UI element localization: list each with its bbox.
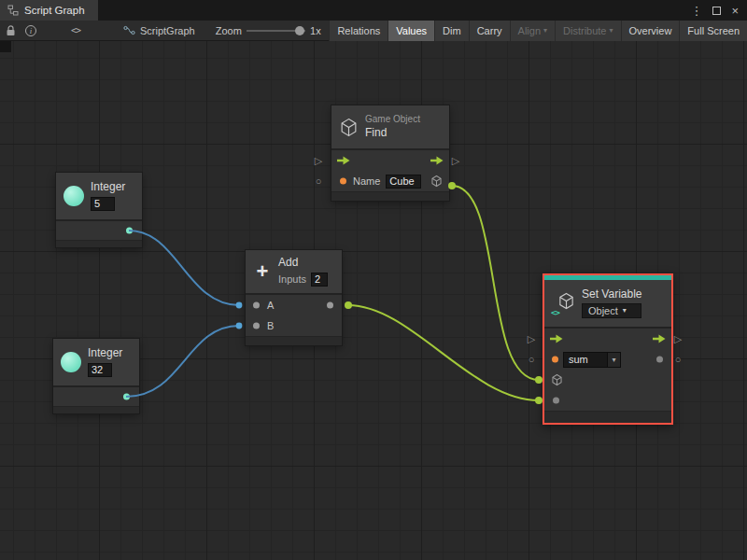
exec-port-marker[interactable]: ▷	[315, 156, 322, 166]
value-port-marker[interactable]: ○	[316, 176, 322, 187]
tab-bar: Script Graph ⋮ ×	[0, 0, 747, 21]
exec-port-marker[interactable]: ▷	[528, 334, 535, 344]
integer1-output-row	[56, 221, 142, 240]
info-button[interactable]: i	[21, 21, 41, 41]
tab-script-graph[interactable]: Script Graph	[0, 0, 98, 21]
integer2-output-row	[53, 387, 139, 406]
exec-in-port[interactable]	[549, 334, 564, 344]
port-a-label: A	[267, 300, 274, 311]
integer-icon	[61, 352, 81, 372]
exec-in-port[interactable]	[336, 156, 351, 166]
node-title: Find	[365, 127, 420, 139]
chevron-down-icon: ▾	[543, 27, 547, 35]
add-inputs-count-input[interactable]	[311, 273, 328, 287]
zoom-slider-knob[interactable]	[295, 26, 304, 35]
node-category: Game Object	[365, 114, 420, 124]
canvas-corner	[0, 41, 11, 52]
wire-add-to-setvariable-value[interactable]	[348, 305, 539, 400]
integer2-output-port[interactable]	[123, 394, 130, 400]
add-input-b-port[interactable]	[253, 323, 260, 329]
integer2-value-input[interactable]	[88, 363, 112, 377]
node-title: Integer	[88, 347, 122, 359]
value-port-marker[interactable]: ○	[675, 355, 682, 365]
target-object-port[interactable]	[551, 374, 563, 386]
chevron-down-icon: ▾	[607, 353, 620, 367]
node-footer	[53, 406, 139, 413]
variable-name-dropdown[interactable]: sum ▾	[563, 352, 621, 368]
integer1-header: Integer	[56, 173, 142, 219]
node-title: Add	[278, 257, 328, 269]
align-dropdown[interactable]: Align ▾	[510, 21, 555, 41]
distribute-label: Distribute	[563, 25, 606, 36]
variable-output-port[interactable]	[656, 357, 663, 363]
maximize-icon[interactable]	[712, 7, 721, 15]
inputs-label: Inputs	[278, 273, 306, 285]
wire-find-to-setvariable-target[interactable]	[452, 186, 539, 380]
value-input-port[interactable]	[553, 398, 559, 404]
edit-source-button[interactable]: <>	[65, 21, 86, 41]
gameobject-output-port[interactable]	[430, 175, 443, 188]
graph-canvas[interactable]: Integer Integer + Add	[0, 41, 747, 560]
script-graph-icon	[123, 25, 135, 35]
variable-name-port[interactable]	[552, 357, 558, 363]
exec-port-marker[interactable]: ▷	[674, 334, 682, 344]
variable-code-icon: <>	[551, 308, 559, 317]
close-icon[interactable]: ×	[731, 5, 739, 17]
zoom-slider[interactable]	[247, 21, 305, 40]
wire-endpoint-dot	[535, 397, 543, 404]
lock-button[interactable]	[0, 21, 21, 41]
chevron-down-icon: ▾	[610, 27, 613, 35]
add-result-port[interactable]	[327, 302, 333, 309]
integer1-value-input[interactable]	[91, 197, 115, 211]
distribute-dropdown[interactable]: Distribute ▾	[555, 21, 620, 41]
integer1-output-port[interactable]	[126, 228, 133, 234]
variable-kind-dropdown[interactable]: Object ▾	[582, 303, 641, 318]
graph-toolbar: i <> ScriptGraph Zoom 1x Relations Value…	[0, 21, 747, 41]
node-footer	[544, 411, 671, 423]
node-find[interactable]: Game Object Find Name	[331, 105, 449, 201]
find-header: Game Object Find	[331, 105, 449, 148]
set-variable-icon: <>	[552, 292, 575, 315]
dim-toggle[interactable]: Dim	[434, 21, 469, 41]
toolbar-toggle-group: Relations Values Dim Carry Align ▾ Distr…	[329, 21, 747, 41]
variable-kind-value: Object	[588, 305, 618, 316]
node-title: Integer	[91, 181, 125, 193]
fullscreen-button[interactable]: Full Screen	[679, 21, 747, 41]
node-footer	[331, 191, 449, 201]
exec-port-marker[interactable]: ▷	[452, 156, 459, 166]
add-row-a: A	[246, 295, 342, 315]
chevron-down-icon: ▾	[623, 307, 627, 315]
node-add[interactable]: + Add Inputs A B	[246, 250, 342, 345]
node-set-variable[interactable]: <> Set Variable Object ▾	[543, 273, 673, 425]
exec-out-port[interactable]	[430, 156, 444, 166]
add-row-b: B	[246, 315, 342, 336]
set-variable-exec-row	[544, 329, 671, 349]
wire-integer5-to-add-a[interactable]	[129, 231, 239, 305]
graph-breadcrumb[interactable]: ScriptGraph	[123, 25, 195, 36]
align-label: Align	[518, 25, 541, 36]
code-icon: <>	[71, 25, 80, 35]
find-name-port[interactable]	[340, 178, 346, 185]
node-footer	[56, 240, 142, 247]
overview-button[interactable]: Overview	[621, 21, 680, 41]
carry-toggle[interactable]: Carry	[469, 21, 510, 41]
tab-title: Script Graph	[24, 5, 85, 16]
zoom-label: Zoom	[216, 25, 242, 36]
wire-integer32-to-add-b[interactable]	[126, 326, 239, 397]
pane-menu-icon[interactable]: ⋮	[690, 5, 702, 17]
integer2-header: Integer	[53, 339, 139, 385]
set-variable-target-row	[544, 370, 671, 390]
find-name-input[interactable]	[386, 175, 421, 189]
values-toggle[interactable]: Values	[388, 21, 434, 41]
wire-endpoint-dot	[535, 376, 543, 384]
add-input-a-port[interactable]	[253, 302, 260, 309]
relations-toggle[interactable]: Relations	[329, 21, 388, 41]
value-port-marker[interactable]: ○	[529, 355, 535, 365]
exec-out-port[interactable]	[652, 334, 667, 344]
node-integer-1[interactable]: Integer	[56, 173, 142, 247]
node-integer-2[interactable]: Integer	[53, 339, 139, 413]
port-b-label: B	[267, 320, 274, 331]
graph-name: ScriptGraph	[140, 25, 195, 36]
lock-icon	[6, 25, 16, 36]
wire-endpoint-dot	[236, 302, 243, 309]
